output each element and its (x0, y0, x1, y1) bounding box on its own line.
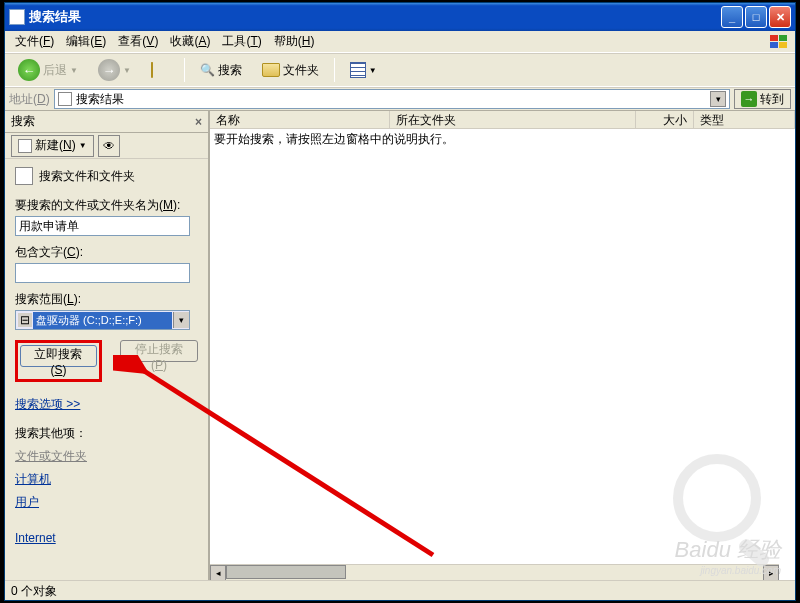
search-section-icon (15, 167, 33, 185)
svg-rect-3 (779, 42, 787, 48)
col-name[interactable]: 名称 (210, 111, 390, 128)
chevron-down-icon: ▼ (123, 66, 131, 75)
menu-help[interactable]: 帮助(H) (268, 31, 321, 52)
statusbar: 0 个对象 (5, 580, 795, 600)
windows-flag-icon (767, 33, 791, 51)
status-objects: 0 个对象 (11, 584, 57, 598)
up-button[interactable] (144, 58, 176, 82)
forward-button[interactable]: → ▼ (91, 56, 138, 84)
magnifier-icon: 🔍 (200, 63, 215, 77)
window: 搜索结果 _ □ ✕ 文件(F) 编辑(E) 查看(V) 收藏(A) 工具(T)… (4, 2, 796, 601)
filename-label: 要搜索的文件或文件夹名为(M): (15, 197, 198, 214)
address-dropdown-icon[interactable]: ▾ (710, 91, 726, 107)
scroll-thumb[interactable] (226, 565, 346, 579)
scope-value: 盘驱动器 (C:;D:;E:;F:) (33, 312, 172, 329)
close-button[interactable]: ✕ (769, 6, 791, 28)
eye-icon: 👁 (103, 139, 115, 153)
other-files-link[interactable]: 文件或文件夹 (15, 448, 87, 465)
sidebar-toolbar: 新建(N) ▼ 👁 (5, 133, 208, 159)
toolbar: ← 后退 ▼ → ▼ 🔍 搜索 文件夹 ▼ (5, 53, 795, 87)
folders-button[interactable]: 文件夹 (255, 59, 326, 82)
scope-dropdown-icon[interactable]: ▾ (173, 312, 189, 328)
col-folder[interactable]: 所在文件夹 (390, 111, 636, 128)
address-input[interactable]: 搜索结果 ▾ (54, 89, 730, 109)
customize-button[interactable]: 👁 (98, 135, 120, 157)
other-computer-link[interactable]: 计算机 (15, 471, 51, 488)
menu-view[interactable]: 查看(V) (112, 31, 164, 52)
forward-arrow-icon: → (98, 59, 120, 81)
back-button[interactable]: ← 后退 ▼ (11, 56, 85, 84)
contains-label: 包含文字(C): (15, 244, 198, 261)
filename-input[interactable] (15, 216, 190, 236)
svg-rect-1 (779, 35, 787, 41)
results-pane: 名称 所在文件夹 大小 类型 要开始搜索，请按照左边窗格中的说明执行。 ◂ ▸ (210, 111, 795, 580)
scope-label: 搜索范围(L): (15, 291, 198, 308)
search-sidebar: 搜索 × 新建(N) ▼ 👁 搜索文件和文件夹 要搜索的文件或文件夹名为(M (5, 111, 210, 580)
column-headers: 名称 所在文件夹 大小 类型 (210, 111, 795, 129)
search-section-title: 搜索文件和文件夹 (39, 168, 135, 185)
other-user-link[interactable]: 用户 (15, 494, 39, 511)
svg-rect-0 (770, 35, 778, 41)
highlight-annotation: 立即搜索(S) (15, 340, 102, 382)
views-icon (350, 62, 366, 78)
horizontal-scrollbar[interactable]: ◂ ▸ (210, 564, 779, 580)
chevron-down-icon: ▼ (79, 141, 87, 150)
search-now-button[interactable]: 立即搜索(S) (20, 345, 97, 367)
folder-up-icon (151, 61, 169, 79)
new-icon (18, 139, 32, 153)
go-button[interactable]: → 转到 (734, 89, 791, 109)
chevron-down-icon: ▼ (70, 66, 78, 75)
views-button[interactable]: ▼ (343, 59, 384, 81)
address-label: 地址(D) (9, 91, 50, 108)
page-icon (58, 92, 72, 106)
scope-select[interactable]: ⊟ 盘驱动器 (C:;D:;E:;F:) ▾ (15, 310, 190, 330)
drive-icon: ⊟ (18, 313, 32, 327)
col-type[interactable]: 类型 (694, 111, 795, 128)
addressbar: 地址(D) 搜索结果 ▾ → 转到 (5, 87, 795, 111)
sidebar-close-icon[interactable]: × (195, 115, 202, 129)
search-button[interactable]: 🔍 搜索 (193, 59, 249, 82)
scroll-left-icon[interactable]: ◂ (210, 565, 226, 580)
address-value: 搜索结果 (76, 91, 124, 108)
app-icon (9, 9, 25, 25)
new-search-button[interactable]: 新建(N) ▼ (11, 135, 94, 157)
go-arrow-icon: → (741, 91, 757, 107)
search-options-link[interactable]: 搜索选项 >> (15, 396, 80, 413)
contains-input[interactable] (15, 263, 190, 283)
col-size[interactable]: 大小 (636, 111, 694, 128)
sidebar-header: 搜索 × (5, 111, 208, 133)
sidebar-title: 搜索 (11, 113, 35, 130)
menu-edit[interactable]: 编辑(E) (60, 31, 112, 52)
maximize-button[interactable]: □ (745, 6, 767, 28)
minimize-button[interactable]: _ (721, 6, 743, 28)
other-internet-link[interactable]: Internet (15, 531, 56, 545)
stop-search-button: 停止搜索(P) (120, 340, 198, 362)
menu-tools[interactable]: 工具(T) (216, 31, 267, 52)
back-arrow-icon: ← (18, 59, 40, 81)
other-heading: 搜索其他项： (15, 425, 198, 442)
svg-rect-2 (770, 42, 778, 48)
chevron-down-icon: ▼ (369, 66, 377, 75)
scroll-right-icon[interactable]: ▸ (763, 565, 779, 580)
menu-file[interactable]: 文件(F) (9, 31, 60, 52)
window-title: 搜索结果 (29, 8, 721, 26)
folders-icon (262, 63, 280, 77)
empty-message: 要开始搜索，请按照左边窗格中的说明执行。 (210, 129, 795, 150)
menu-favorites[interactable]: 收藏(A) (164, 31, 216, 52)
menubar: 文件(F) 编辑(E) 查看(V) 收藏(A) 工具(T) 帮助(H) (5, 31, 795, 53)
titlebar[interactable]: 搜索结果 _ □ ✕ (5, 3, 795, 31)
